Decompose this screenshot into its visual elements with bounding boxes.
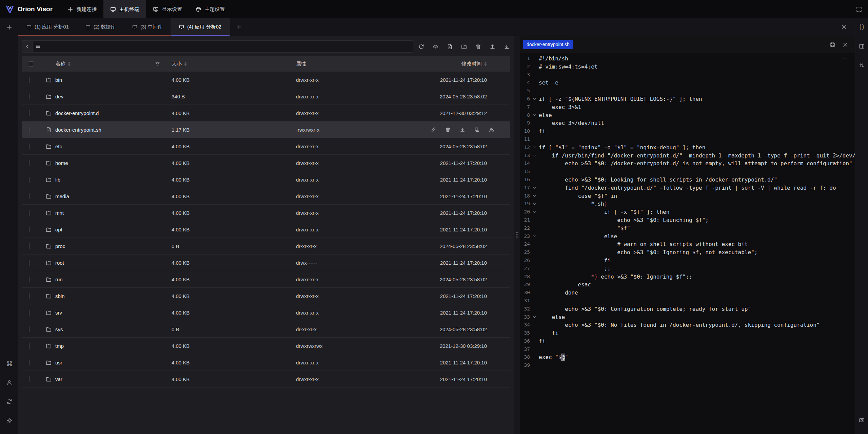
row-checkbox[interactable]	[29, 360, 29, 365]
file-row[interactable]: docker-entrypoint.d4.00 KBdrwxr-xr-x2021…	[22, 105, 510, 121]
column-header-name[interactable]: 名称	[41, 56, 165, 72]
code-line[interactable]: 19 *.sh)	[520, 200, 855, 208]
file-row[interactable]: docker-entrypoint.sh1.17 KB-rwxrwxr-x	[22, 121, 510, 138]
settings-button[interactable]	[3, 414, 16, 427]
fold-chevron-icon[interactable]	[530, 208, 539, 216]
file-row[interactable]: root4.00 KBdrwx------2021-11-24 17:20:10	[22, 254, 510, 271]
code-line[interactable]: 13 if /usr/bin/find "/docker-entrypoint.…	[520, 152, 855, 160]
row-checkbox[interactable]	[29, 227, 29, 232]
row-checkbox[interactable]	[29, 293, 29, 299]
screenshot-button[interactable]	[855, 413, 868, 427]
code-line[interactable]: 33 else	[520, 313, 855, 321]
row-checkbox[interactable]	[29, 210, 29, 216]
menu-item-theme-settings[interactable]: 主题设置	[189, 0, 232, 18]
row-permissions-button[interactable]	[489, 127, 494, 132]
file-row[interactable]: bin4.00 KBdrwxr-xr-x2021-11-24 17:20:10	[22, 72, 510, 88]
code-line[interactable]: 39	[520, 361, 855, 370]
code-line[interactable]: 9 exec 3>/dev/null	[520, 119, 855, 127]
code-line[interactable]: 27 ;;	[520, 265, 855, 273]
commands-button[interactable]: ⌘	[3, 357, 16, 370]
row-download-button[interactable]	[460, 127, 465, 132]
terminal-tab-4[interactable]: (4) 应用-分析02	[171, 18, 230, 36]
code-line[interactable]: 37	[520, 345, 855, 354]
fold-chevron-icon[interactable]	[530, 192, 539, 200]
menu-item-new-connection[interactable]: 新建连接	[61, 0, 103, 18]
code-line[interactable]: 15	[520, 168, 855, 176]
sort-icon[interactable]	[68, 62, 71, 66]
code-line[interactable]: 34 echo >&3 "$0: No files found in /dock…	[520, 321, 855, 329]
variables-button[interactable]: {}	[855, 20, 868, 34]
file-row[interactable]: proc0 Bdr-xr-xr-x2024-05-28 23:58:02	[22, 238, 510, 254]
back-button[interactable]	[22, 40, 32, 53]
fold-chevron-icon[interactable]	[530, 184, 539, 192]
fold-chevron-icon[interactable]	[530, 200, 539, 208]
row-checkbox[interactable]	[29, 310, 29, 316]
row-checkbox[interactable]	[29, 144, 29, 149]
row-move-button[interactable]	[474, 127, 480, 132]
code-line[interactable]: 8else	[520, 111, 855, 119]
code-line[interactable]: 29 esac	[520, 281, 855, 289]
code-line[interactable]: 36fi	[520, 337, 855, 345]
download-button[interactable]	[504, 44, 510, 50]
row-checkbox[interactable]	[29, 94, 29, 99]
close-all-tabs-button[interactable]	[841, 24, 847, 30]
code-line[interactable]: 26 fi	[520, 257, 855, 265]
file-row[interactable]: srv4.00 KBdrwxr-xr-x2021-11-24 17:20:10	[22, 304, 510, 321]
menu-item-host-terminal[interactable]: 主机终端	[103, 0, 146, 18]
fold-chevron-icon[interactable]	[530, 313, 539, 321]
code-line[interactable]: 20 if [ -x "$f" ]; then	[520, 208, 855, 216]
fold-chevron-icon[interactable]	[530, 232, 539, 241]
collapse-all-button[interactable]	[842, 56, 847, 61]
sort-icon[interactable]	[484, 62, 487, 66]
row-checkbox[interactable]	[29, 160, 29, 166]
preview-button[interactable]	[433, 44, 438, 50]
code-line[interactable]: 17 find "/docker-entrypoint.d/" -follow …	[520, 184, 855, 192]
fold-chevron-icon[interactable]	[530, 144, 539, 152]
row-checkbox[interactable]	[29, 277, 29, 282]
file-row[interactable]: run4.00 KBdrwxr-xr-x2024-05-28 23:58:02	[22, 271, 510, 288]
row-edit-button[interactable]	[432, 127, 436, 132]
user-button[interactable]	[3, 376, 16, 389]
code-line[interactable]: 3	[520, 71, 855, 79]
path-input[interactable]	[32, 40, 413, 53]
code-line[interactable]: 30 done	[520, 289, 855, 297]
code-line[interactable]: 4set -e	[520, 79, 855, 87]
file-row[interactable]: dev340 Bdrwxr-xr-x2024-05-28 23:58:02	[22, 88, 510, 105]
code-line[interactable]: 2# vim:sw=4:ts=4:et	[520, 63, 855, 71]
menu-item-display-settings[interactable]: 显示设置	[146, 0, 189, 18]
close-editor-button[interactable]	[842, 42, 848, 48]
file-row[interactable]: home4.00 KBdrwxr-xr-x2021-11-24 17:20:10	[22, 155, 510, 171]
delete-button[interactable]	[475, 44, 481, 50]
code-line[interactable]: 6if [ -z "${NGINX_ENTRYPOINT_QUIET_LOGS:…	[520, 95, 855, 103]
row-checkbox[interactable]	[29, 177, 29, 183]
code-line[interactable]: 28 *) echo >&3 "$0: Ignoring $f";;	[520, 273, 855, 281]
new-folder-button[interactable]	[461, 44, 467, 50]
terminal-tab-3[interactable]: (3) 中间件	[124, 18, 171, 36]
panel-splitter[interactable]	[514, 36, 520, 434]
row-checkbox[interactable]	[29, 193, 29, 199]
sync-button[interactable]	[3, 395, 16, 408]
sort-button[interactable]	[855, 58, 868, 72]
fold-chevron-icon[interactable]	[530, 111, 539, 119]
code-line[interactable]: 21 echo >&3 "$0: Launching $f";	[520, 216, 855, 224]
code-line[interactable]: 16 echo >&3 "$0: Looking for shell scrip…	[520, 176, 855, 184]
code-line[interactable]: 24 # warn on shell scripts without exec …	[520, 240, 855, 248]
file-row[interactable]: sbin4.00 KBdrwxr-xr-x2021-11-24 17:20:10	[22, 288, 510, 304]
code-line[interactable]: 31	[520, 297, 855, 305]
row-checkbox[interactable]	[29, 110, 29, 116]
upload-button[interactable]	[490, 44, 495, 50]
add-tab-button[interactable]	[230, 18, 248, 36]
code-line[interactable]: 12if [ "$1" = "nginx" -o "$1" = "nginx-d…	[520, 144, 855, 152]
file-row[interactable]: etc4.00 KBdrwxr-xr-x2024-05-28 23:58:02	[22, 138, 510, 155]
row-checkbox[interactable]	[29, 77, 29, 83]
code-line[interactable]: 10fi	[520, 127, 855, 135]
code-line[interactable]: 22 "$f"	[520, 224, 855, 232]
code-line[interactable]: 11	[520, 135, 855, 144]
editor-file-tab[interactable]: docker-entrypoint.sh	[523, 40, 573, 49]
code-line[interactable]: 7 exec 3>&1	[520, 103, 855, 111]
terminal-tab-1[interactable]: (1) 应用-分析01	[18, 18, 77, 36]
code-line[interactable]: 35 fi	[520, 329, 855, 337]
fold-chevron-icon[interactable]	[530, 95, 539, 103]
refresh-button[interactable]	[418, 44, 424, 50]
code-line[interactable]: 1#!/bin/sh	[520, 55, 855, 63]
